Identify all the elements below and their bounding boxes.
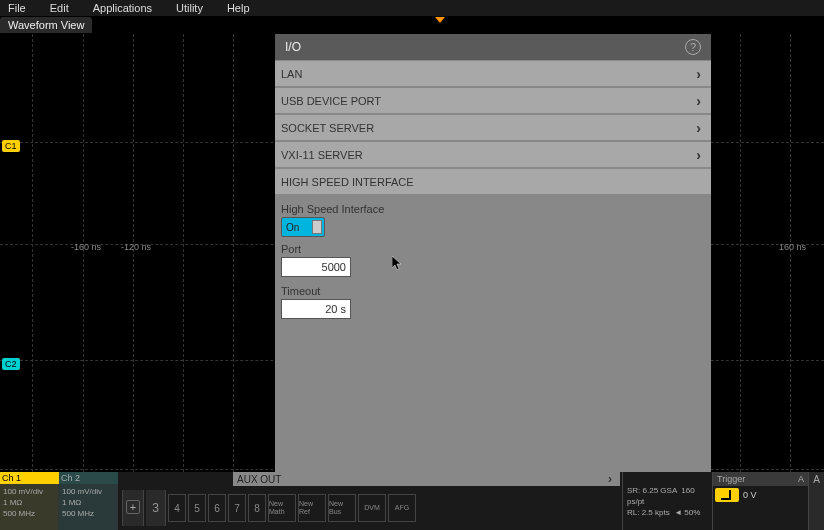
timeout-input[interactable] [281, 299, 351, 319]
io-content: High Speed Interface On Port Timeout [275, 195, 711, 472]
io-panel: I/O ? LAN › USB DEVICE PORT › SOCKET SER… [275, 34, 711, 472]
ch1-marker[interactable]: C1 [2, 140, 20, 152]
top-menubar: File Edit Applications Utility Help [0, 0, 824, 16]
grid-line [133, 34, 134, 472]
chevron-right-icon: › [696, 147, 701, 163]
ch2-scale: 100 mV/div [62, 486, 114, 497]
main-area: C1 C2 -160 ns -120 ns 160 ns I/O ? LAN ›… [0, 34, 824, 472]
grid-line [790, 34, 791, 472]
trigger-level: 0 V [743, 490, 757, 500]
grid-line [740, 34, 741, 472]
io-row-label: VXI-11 SERVER [281, 149, 363, 161]
ch2-impedance: 1 MΩ [62, 497, 114, 508]
sample-rate: SR: 6.25 GSA [627, 486, 677, 495]
channel-panels: Ch 1 Ch 2 100 mV/div 1 MΩ 500 MHz 100 mV… [0, 472, 118, 530]
io-row-socket[interactable]: SOCKET SERVER › [275, 115, 711, 140]
menu-applications[interactable]: Applications [81, 2, 164, 14]
io-panel-header: I/O ? [275, 34, 711, 60]
channel-6-button[interactable]: 6 [208, 494, 226, 522]
io-row-lan[interactable]: LAN › [275, 61, 711, 86]
view-tab-bar: Waveform View [0, 16, 824, 34]
new-math-button[interactable]: New Math [268, 494, 296, 522]
afg-button[interactable]: AFG [388, 494, 416, 522]
aux-out-row[interactable]: AUX OUT › [233, 472, 620, 486]
position-pct: ◄ 50% [674, 508, 700, 517]
toggle-state-label: On [286, 222, 299, 233]
menu-utility[interactable]: Utility [164, 2, 215, 14]
sample-rate-info[interactable]: SR: 6.25 GSA 160 ps/pt RL: 2.5 kpts ◄ 50… [622, 472, 712, 530]
ch2-tab[interactable]: Ch 2 [59, 472, 118, 484]
trigger-edge-icon [715, 488, 739, 502]
menu-file[interactable]: File [4, 2, 38, 14]
chevron-right-icon: › [696, 120, 701, 136]
new-bus-button[interactable]: New Bus [328, 494, 356, 522]
new-ref-button[interactable]: New Ref [298, 494, 326, 522]
channel-4-button[interactable]: 4 [168, 494, 186, 522]
io-panel-title: I/O [285, 40, 301, 54]
ch1-detail[interactable]: 100 mV/div 1 MΩ 500 MHz [0, 484, 59, 530]
help-icon[interactable]: ? [685, 39, 701, 55]
chevron-right-icon: › [696, 93, 701, 109]
time-axis-label: -120 ns [121, 242, 151, 252]
hsi-toggle[interactable]: On [281, 217, 325, 237]
ch1-impedance: 1 MΩ [3, 497, 55, 508]
io-row-label: LAN [281, 68, 302, 80]
time-axis-label: -160 ns [71, 242, 101, 252]
port-input[interactable] [281, 257, 351, 277]
trigger-panel[interactable]: Trigger A 0 V [712, 472, 808, 530]
trigger-a-label: A [798, 474, 804, 484]
right-panel-toggle[interactable]: A [808, 472, 824, 530]
channel-8-button[interactable]: 8 [248, 494, 266, 522]
io-row-label: USB DEVICE PORT [281, 95, 381, 107]
menu-help[interactable]: Help [215, 2, 262, 14]
channel-5-button[interactable]: 5 [188, 494, 206, 522]
ch2-bandwidth: 500 MHz [62, 508, 114, 519]
io-row-hsi: HIGH SPEED INTERFACE [275, 169, 711, 194]
chevron-right-icon: › [696, 66, 701, 82]
port-label: Port [281, 243, 705, 255]
menu-edit[interactable]: Edit [38, 2, 81, 14]
bottom-bar: Ch 1 Ch 2 100 mV/div 1 MΩ 500 MHz 100 mV… [0, 472, 824, 530]
plus-icon: + [126, 500, 140, 514]
aux-out-label: AUX OUT [237, 474, 281, 485]
time-axis-label: 160 ns [779, 242, 806, 252]
ch2-marker[interactable]: C2 [2, 358, 20, 370]
io-row-vxi[interactable]: VXI-11 SERVER › [275, 142, 711, 167]
hsi-toggle-label: High Speed Interface [281, 203, 705, 215]
grid-line [233, 34, 234, 472]
ch1-scale: 100 mV/div [3, 486, 55, 497]
trigger-label: Trigger [717, 474, 745, 484]
waveform-view-tab[interactable]: Waveform View [0, 17, 92, 33]
channel-add-row: + 3 4 5 6 7 8 New Math New Ref New Bus D… [118, 486, 622, 530]
channel-3-button[interactable]: 3 [146, 490, 166, 526]
chevron-right-icon: › [608, 472, 612, 486]
grid-line [83, 34, 84, 472]
io-row-usb[interactable]: USB DEVICE PORT › [275, 88, 711, 113]
io-row-label: HIGH SPEED INTERFACE [281, 176, 414, 188]
toggle-handle-icon [312, 220, 322, 234]
channel-7-button[interactable]: 7 [228, 494, 246, 522]
timeout-label: Timeout [281, 285, 705, 297]
add-spectrum-button[interactable]: + [122, 490, 144, 526]
grid-line [32, 34, 33, 472]
ch2-detail[interactable]: 100 mV/div 1 MΩ 500 MHz [59, 484, 118, 530]
ch1-tab[interactable]: Ch 1 [0, 472, 59, 484]
grid-line [183, 34, 184, 472]
dvm-button[interactable]: DVM [358, 494, 386, 522]
io-row-label: SOCKET SERVER [281, 122, 374, 134]
record-length: RL: 2.5 kpts [627, 508, 670, 517]
ch1-bandwidth: 500 MHz [3, 508, 55, 519]
bottom-middle: AUX OUT › + 3 4 5 6 7 8 New Math New Ref… [118, 472, 622, 530]
